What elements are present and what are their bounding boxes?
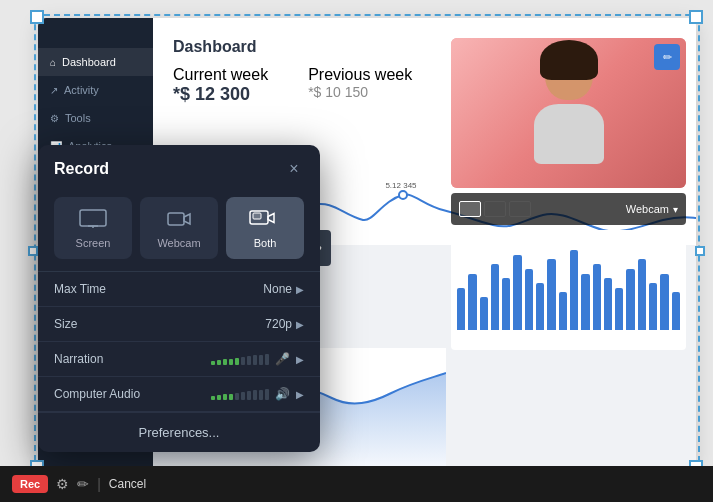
both-mode-label: Both — [254, 237, 277, 249]
bar-item — [626, 269, 634, 330]
volume-segment — [211, 396, 215, 400]
settings-row-maxtime: Max Time None ▶ — [38, 272, 320, 307]
bar-item — [559, 292, 567, 330]
bar-item — [536, 283, 544, 330]
volume-segment — [265, 389, 269, 400]
corner-handle-tr[interactable] — [689, 10, 703, 24]
mode-screen-button[interactable]: Screen — [54, 197, 132, 259]
volume-segment — [211, 361, 215, 365]
narration-arrow[interactable]: ▶ — [296, 354, 304, 365]
bar-item — [581, 274, 589, 330]
bar-item — [660, 274, 668, 330]
svg-rect-2 — [80, 210, 106, 226]
bar-item — [615, 288, 623, 330]
settings-row-narration: Narration 🎤 ▶ — [38, 342, 320, 377]
edit-icon: ✏ — [663, 51, 672, 64]
bar-item — [547, 259, 555, 330]
volume-segment — [247, 356, 251, 365]
webcam-image — [451, 38, 686, 188]
pencil-icon[interactable]: ✏ — [77, 476, 89, 492]
webcam-source-webcam[interactable] — [484, 201, 506, 217]
person-body — [534, 104, 604, 164]
bar-item — [649, 283, 657, 330]
volume-segment — [247, 391, 251, 400]
webcam-source-bar: Webcam ▾ — [451, 193, 686, 225]
maxtime-arrow[interactable]: ▶ — [296, 284, 304, 295]
size-arrow[interactable]: ▶ — [296, 319, 304, 330]
volume-segment — [223, 359, 227, 365]
computer-audio-speaker-icon: 🔊 — [275, 387, 290, 401]
svg-rect-7 — [253, 213, 261, 219]
bar-item — [491, 264, 499, 330]
svg-text:5.12 345: 5.12 345 — [385, 181, 417, 190]
webcam-dropdown-arrow[interactable]: ▾ — [673, 204, 678, 215]
settings-icon[interactable]: ⚙ — [56, 476, 69, 492]
close-button[interactable]: × — [284, 159, 304, 179]
screen-icon — [77, 207, 109, 231]
bar-item — [502, 278, 510, 330]
bar-item — [513, 255, 521, 330]
volume-segment — [229, 394, 233, 400]
preferences-button[interactable]: Preferences... — [38, 412, 320, 452]
volume-segment — [253, 355, 257, 365]
svg-rect-5 — [168, 213, 184, 225]
bar-item — [570, 250, 578, 330]
record-dialog: Record × Screen Webcam — [38, 145, 320, 452]
narration-label: Narration — [54, 352, 211, 366]
mode-both-button[interactable]: Both — [226, 197, 304, 259]
sidebar-item-tools[interactable]: ⚙ Tools — [38, 104, 153, 132]
mode-buttons: Screen Webcam Both — [38, 189, 320, 271]
webcam-mode-label: Webcam — [157, 237, 200, 249]
volume-segment — [217, 395, 221, 400]
settings-row-computer-audio: Computer Audio 🔊 ▶ — [38, 377, 320, 412]
mode-webcam-button[interactable]: Webcam — [140, 197, 218, 259]
volume-segment — [259, 390, 263, 400]
webcam-edit-button[interactable]: ✏ — [654, 44, 680, 70]
computer-audio-volume-bar — [211, 388, 269, 400]
volume-segment — [259, 355, 263, 365]
volume-segment — [235, 393, 239, 400]
side-handle-mr[interactable] — [695, 246, 705, 256]
webcam-label: Webcam — [566, 203, 669, 215]
narration-volume-bar — [211, 353, 269, 365]
webcam-icon — [163, 207, 195, 231]
bar-item — [593, 264, 601, 330]
narration-mic-icon: 🎤 — [275, 352, 290, 366]
volume-segment — [241, 357, 245, 365]
volume-segment — [223, 394, 227, 400]
separator: | — [97, 476, 101, 492]
bar-item — [468, 274, 476, 330]
person-silhouette — [519, 48, 619, 188]
prev-week-metric: Previous week *$ 10 150 — [308, 66, 412, 105]
corner-handle-tl[interactable] — [30, 10, 44, 24]
bar-item — [604, 278, 612, 330]
bar-item — [457, 288, 465, 330]
webcam-source-screen[interactable] — [459, 201, 481, 217]
bar-item — [525, 269, 533, 330]
sidebar-item-dashboard[interactable]: ⌂ Dashboard — [38, 48, 153, 76]
volume-segment — [229, 359, 233, 365]
volume-segment — [265, 354, 269, 365]
volume-segment — [241, 392, 245, 400]
volume-segment — [235, 358, 239, 365]
webcam-preview: ✏ — [451, 38, 686, 188]
current-value: *$ 12 300 — [173, 84, 268, 105]
previous-value: *$ 10 150 — [308, 84, 412, 100]
rec-badge: Rec — [12, 475, 48, 493]
webcam-source-both[interactable] — [509, 201, 531, 217]
maxtime-value: None — [263, 282, 292, 296]
size-value: 720p — [265, 317, 292, 331]
person-head — [545, 48, 593, 100]
size-label: Size — [54, 317, 265, 331]
maxtime-label: Max Time — [54, 282, 263, 296]
side-handle-ml[interactable] — [28, 246, 38, 256]
both-icon — [249, 207, 281, 231]
cancel-button[interactable]: Cancel — [109, 477, 146, 491]
bar-chart-area — [451, 230, 686, 350]
bottom-bar: Rec ⚙ ✏ | Cancel — [0, 466, 713, 502]
volume-segment — [217, 360, 221, 365]
computer-audio-arrow[interactable]: ▶ — [296, 389, 304, 400]
bar-item — [638, 259, 646, 330]
svg-point-0 — [399, 191, 407, 199]
sidebar-item-activity[interactable]: ↗ Activity — [38, 76, 153, 104]
